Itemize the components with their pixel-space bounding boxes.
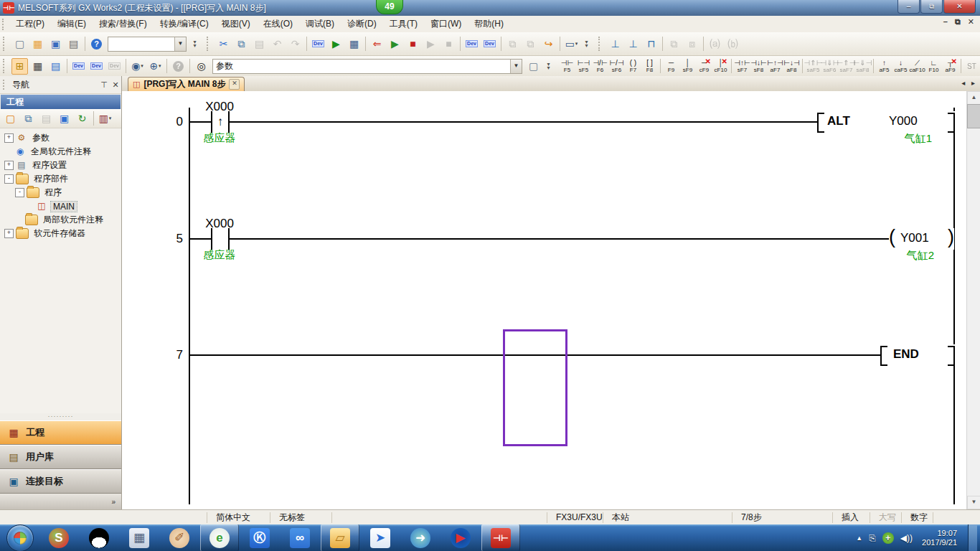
toolbar-grip[interactable] bbox=[598, 37, 603, 51]
tree-item-node[interactable]: -程序部件 bbox=[0, 172, 121, 186]
module-configuration-icon[interactable]: ▦ bbox=[29, 58, 46, 75]
title-bar[interactable]: ⊣⊢ MELSOFT系列 GX Works2 (工程未设置) - [[PRG]写… bbox=[0, 0, 980, 17]
device-display-toggle-icon[interactable]: ◉▾ bbox=[129, 58, 146, 75]
work-list-icon[interactable]: ▤ bbox=[47, 58, 64, 75]
read-from-plc-icon[interactable]: ⇐ bbox=[369, 36, 385, 52]
coil-button[interactable]: ( )F7 bbox=[625, 57, 641, 75]
rising-pulse-button[interactable]: ⊣↑⊢sF7 bbox=[734, 57, 750, 75]
open-contact-button[interactable]: ⊣⊢F5 bbox=[559, 57, 575, 75]
scroll-down-icon[interactable]: ▼ bbox=[967, 496, 980, 509]
dock-chevron[interactable]: » bbox=[0, 494, 121, 509]
tree-expander-icon[interactable]: + bbox=[4, 133, 14, 143]
xunlei-taskbar-button[interactable]: ➤ bbox=[361, 524, 400, 551]
navigation-toggle-icon[interactable]: ⊞ bbox=[11, 58, 28, 75]
horizontal-line-button[interactable]: ─F9 bbox=[663, 57, 679, 75]
tree-item-MAIN[interactable]: ◫MAIN bbox=[0, 199, 121, 213]
tab-main-program[interactable]: ◫ [PRG]写入 MAIN 8步 ✕ bbox=[128, 77, 245, 91]
monitor-start-icon[interactable]: ▶ bbox=[387, 36, 403, 52]
invert-operation-button[interactable]: ↑aF5 bbox=[876, 57, 892, 75]
dock-button-用户库[interactable]: ▤用户库 bbox=[0, 445, 121, 469]
closed-contact-button[interactable]: ⊣/⊢F6 bbox=[592, 57, 608, 75]
menu-w[interactable]: 窗口(W) bbox=[424, 16, 468, 32]
dropdown-arrow-icon[interactable]: ▼ bbox=[174, 37, 186, 51]
cut-icon[interactable]: ✂ bbox=[215, 36, 232, 52]
tree-item-node[interactable]: +软元件存储器 bbox=[0, 227, 121, 240]
tab-scroll-arrows[interactable]: ◂ ▸ bbox=[961, 79, 977, 87]
device-search-icon[interactable]: ⊕▾ bbox=[147, 58, 164, 75]
clipboard-tray-icon[interactable]: ⎘ bbox=[869, 533, 876, 543]
falling-pulse-button[interactable]: ⊣↓⊢sF8 bbox=[750, 57, 767, 75]
gx-works2-taskbar-button[interactable]: ⊣⊢ bbox=[481, 524, 520, 551]
mdi-close-button[interactable]: ✕ bbox=[968, 17, 974, 27]
menu-c[interactable]: 转换/编译(C) bbox=[154, 16, 215, 32]
device-list-icon[interactable]: Dev bbox=[88, 58, 105, 75]
jump-history-icon[interactable]: ↪ bbox=[540, 36, 557, 52]
scrollbar-thumb[interactable] bbox=[967, 104, 980, 128]
close-button[interactable]: ✕ bbox=[943, 0, 976, 14]
or-rising-pulse-button[interactable]: ⊢↑⊣aF7 bbox=[767, 57, 783, 75]
dock-button-连接目标[interactable]: ▣连接目标 bbox=[0, 469, 121, 494]
tree-expander-icon[interactable]: + bbox=[4, 229, 14, 238]
mdi-restore-button[interactable]: ⧉ bbox=[955, 17, 961, 27]
baidu-netdisk-taskbar-button[interactable]: ∞ bbox=[281, 524, 319, 551]
copy-icon[interactable]: ⧉ bbox=[233, 36, 250, 52]
mdi-minimize-button[interactable]: – bbox=[943, 17, 948, 27]
nav-splitter[interactable]: ········· bbox=[0, 413, 121, 420]
calculator-taskbar-button[interactable]: ▦ bbox=[120, 524, 159, 551]
restore-button[interactable]: ⧉ bbox=[920, 0, 943, 14]
nav-property-icon[interactable]: ▣ bbox=[56, 110, 72, 127]
volume-tray-icon[interactable]: ◀)) bbox=[900, 533, 913, 543]
file-explorer-taskbar-button[interactable]: ▱ bbox=[321, 524, 359, 551]
rung-0-instruction[interactable]: ALT Y000 bbox=[817, 111, 955, 133]
tray-expand-icon[interactable]: ▲ bbox=[856, 534, 862, 542]
pin-icon[interactable]: ⊤ bbox=[98, 80, 110, 90]
toolbar-grip[interactable] bbox=[3, 37, 8, 51]
start-button[interactable] bbox=[6, 524, 34, 551]
360-browser-taskbar-button[interactable]: e bbox=[200, 524, 239, 551]
monitor-stop-icon[interactable]: ■ bbox=[405, 36, 421, 52]
nav-copy-icon[interactable]: ⧉ bbox=[20, 110, 37, 127]
dock-button-工程[interactable]: ▦工程 bbox=[0, 420, 121, 445]
ladder-canvas[interactable]: 0 X000 ↑ 感应器 ALT Y000 气缸1 5 X000 感应器 bbox=[122, 91, 980, 509]
inline-st-icon[interactable]: ⊥ bbox=[607, 36, 623, 52]
save-project-icon[interactable]: ▣ bbox=[47, 36, 64, 52]
sogou-pinyin-taskbar-button[interactable]: S bbox=[39, 524, 78, 551]
menu-f[interactable]: 搜索/替换(F) bbox=[93, 16, 154, 32]
tree-expander-icon[interactable]: - bbox=[15, 188, 24, 197]
nav-sort-icon[interactable]: ▥▾ bbox=[97, 110, 113, 127]
tree-item-node[interactable]: +▤程序设置 bbox=[0, 159, 121, 172]
pulse-convert-icon[interactable]: ⊓ bbox=[643, 36, 659, 52]
toolbar-overflow-icon[interactable]: ▾▾ bbox=[582, 36, 591, 52]
find-binoculars-icon[interactable]: ◎ bbox=[193, 58, 209, 75]
kingsoft-taskbar-button[interactable]: Ⓚ bbox=[240, 524, 279, 551]
menu-h[interactable]: 帮助(H) bbox=[468, 16, 510, 32]
360-safe-tray-icon[interactable]: + bbox=[882, 532, 894, 544]
rung-5-open-contact[interactable] bbox=[211, 228, 230, 250]
tree-expander-icon[interactable]: - bbox=[4, 174, 14, 184]
menu-v[interactable]: 视图(V) bbox=[215, 16, 257, 32]
edit-cursor-cell[interactable] bbox=[503, 329, 567, 446]
dropdown-arrow-icon[interactable]: ▼ bbox=[510, 60, 522, 73]
toolbar-grip[interactable] bbox=[207, 37, 212, 51]
rung-5-coil[interactable]: ( Y001 ) bbox=[889, 228, 954, 250]
nav-new-icon[interactable]: ▢ bbox=[2, 110, 19, 127]
help-icon[interactable]: ? bbox=[88, 36, 105, 52]
device-comment-icon[interactable]: Dev bbox=[70, 58, 87, 75]
menu-e[interactable]: 编辑(E) bbox=[51, 16, 93, 32]
browser-arrow-taskbar-button[interactable]: ➜ bbox=[401, 524, 440, 551]
rung-0-pulse-contact[interactable]: ↑ bbox=[211, 111, 230, 133]
tree-item-node[interactable]: ◉全局软元件注释 bbox=[0, 145, 121, 159]
menu-d[interactable]: 诊断(D) bbox=[341, 16, 383, 32]
device-test-icon[interactable]: ▦ bbox=[346, 36, 362, 52]
device-display-icon[interactable]: Dev bbox=[463, 36, 480, 52]
toolbar-grip[interactable] bbox=[3, 59, 8, 73]
or-closed-contact-button[interactable]: ⊢/⊣sF6 bbox=[608, 57, 625, 75]
parameter-combo[interactable]: 参数▼ bbox=[212, 59, 522, 74]
or-falling-pulse-button[interactable]: ⊢↓⊣aF8 bbox=[783, 57, 800, 75]
scroll-up-icon[interactable]: ▲ bbox=[967, 91, 980, 105]
nav-close-icon[interactable]: ✕ bbox=[110, 80, 121, 90]
tree-item-node[interactable]: -程序 bbox=[0, 186, 121, 199]
line-branch-button[interactable]: ∟F10 bbox=[925, 57, 942, 75]
menu-o[interactable]: 在线(O) bbox=[257, 16, 299, 32]
tab-close-icon[interactable]: ✕ bbox=[229, 79, 240, 90]
